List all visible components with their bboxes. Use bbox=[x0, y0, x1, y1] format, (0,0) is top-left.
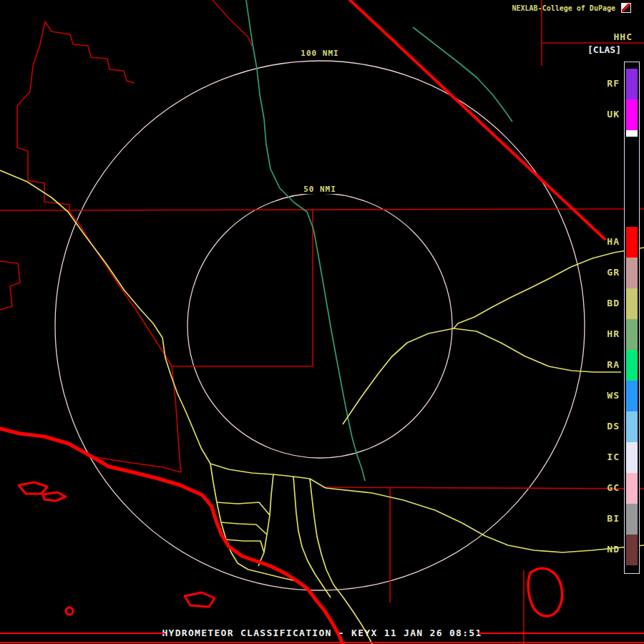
range-ring-label-100nmi: 100 NMI bbox=[298, 49, 341, 58]
legend-label-nd: ND bbox=[607, 544, 620, 555]
brand-icon bbox=[621, 3, 631, 13]
colorbar-segment-ra bbox=[626, 350, 638, 381]
roads bbox=[0, 170, 644, 644]
colorbar-segment-uk bbox=[626, 99, 638, 130]
legend-label-hr: HR bbox=[607, 328, 620, 339]
island-outline bbox=[66, 608, 73, 615]
colorbar-segment-end bbox=[626, 565, 638, 573]
colorbar-segment-rf bbox=[626, 69, 638, 99]
statusbar-line-right bbox=[478, 633, 644, 634]
island-outline bbox=[528, 568, 562, 616]
island-outline bbox=[19, 482, 47, 494]
colorbar-segment-bi bbox=[626, 504, 638, 535]
colorbar-segment-nd bbox=[626, 535, 638, 565]
legend-label-ha: HA bbox=[607, 236, 620, 247]
range-ring-label-50nmi: 50 NMI bbox=[301, 185, 339, 194]
legend-label-uk: UK bbox=[607, 109, 620, 119]
legend-label-rf: RF bbox=[607, 78, 620, 89]
legend-label-gc: GC bbox=[607, 482, 620, 493]
island-outline bbox=[43, 492, 66, 501]
coastline bbox=[0, 429, 343, 644]
county-borders bbox=[0, 0, 644, 644]
colorbar-segment-gr bbox=[626, 258, 638, 288]
legend-label-ds: DS bbox=[607, 421, 620, 431]
legend-label-ws: WS bbox=[607, 390, 620, 401]
classification-label: [CLAS] bbox=[587, 44, 621, 55]
colorbar-segment-gap bbox=[626, 137, 638, 227]
colorbar-segment-uk-white bbox=[626, 130, 638, 137]
rivers bbox=[246, 0, 512, 481]
island-outline bbox=[185, 592, 215, 607]
radar-display: 100 NMI 50 NMI NEXLAB-College of DuPage … bbox=[0, 0, 644, 644]
colorbar-segment-ds bbox=[626, 411, 638, 442]
brand-title: NEXLAB-College of DuPage bbox=[512, 4, 616, 12]
legend-label-gr: GR bbox=[607, 267, 620, 278]
colorbar-segment-hr bbox=[626, 319, 638, 350]
state-line-highway bbox=[350, 0, 605, 239]
statusbar-line-bottom bbox=[0, 642, 644, 643]
product-code-label: HHC bbox=[614, 31, 633, 42]
legend-label-bi: BI bbox=[607, 513, 620, 524]
legend-colorbar bbox=[624, 62, 640, 574]
colorbar-segment-gc bbox=[626, 473, 638, 504]
map-svg bbox=[0, 0, 644, 644]
colorbar-segment-ws bbox=[626, 381, 638, 411]
statusbar-line-left bbox=[0, 633, 165, 634]
range-ring-50nmi bbox=[187, 193, 452, 458]
legend-label-ic: IC bbox=[607, 452, 620, 462]
colorbar-segment-ic bbox=[626, 442, 638, 473]
colorbar-segment-ha bbox=[626, 227, 638, 258]
legend-label-bd: BD bbox=[607, 298, 620, 308]
range-ring-100nmi bbox=[55, 61, 585, 590]
legend-label-ra: RA bbox=[607, 359, 620, 370]
colorbar-segment-bd bbox=[626, 288, 638, 319]
